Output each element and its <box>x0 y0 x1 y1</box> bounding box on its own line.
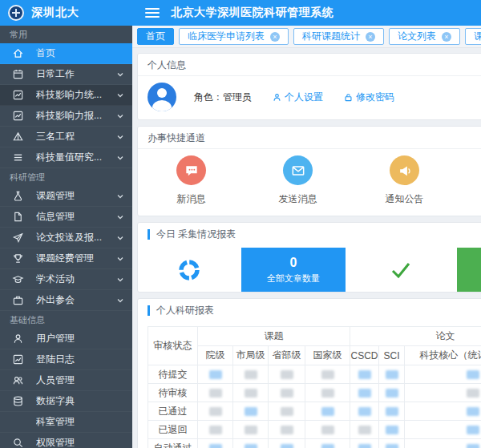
sidebar-item-project-funding[interactable]: 课题经费管理 <box>0 248 132 269</box>
stat-row: 0 全部文章数量 <box>138 248 481 292</box>
quick-item-label: 发送消息 <box>279 192 317 206</box>
sidebar-item-home[interactable]: 首页 <box>0 43 132 64</box>
hamburger-menu-icon[interactable] <box>145 8 160 18</box>
table-row: 已通过 <box>148 402 481 421</box>
stat-value: 0 <box>289 255 297 271</box>
blurred-value <box>209 426 222 434</box>
sidebar-item-login-log[interactable]: 登陆日志 <box>0 349 132 370</box>
chevron-down-icon <box>116 133 124 141</box>
sidebar-item-info-mgmt[interactable]: 信息管理 <box>0 207 132 228</box>
sidebar-section-common: 常用 <box>0 26 132 43</box>
sidebar-item-conference-travel[interactable]: 外出参会 <box>0 290 132 311</box>
personal-settings-link[interactable]: 个人设置 <box>273 91 323 104</box>
sidebar-item-data-dictionary[interactable]: 数据字典 <box>0 391 132 412</box>
close-icon[interactable]: × <box>442 32 451 42</box>
home-icon <box>11 47 24 60</box>
tab-label: 临床医学申请列表 <box>188 29 265 44</box>
accent-bar <box>148 305 150 316</box>
close-icon[interactable]: × <box>270 32 280 42</box>
blurred-value <box>281 426 293 434</box>
role-label: 角色： <box>194 91 223 103</box>
quick-new-messages[interactable]: 新消息 <box>138 155 245 206</box>
stat-total-articles[interactable]: 0 全部文章数量 <box>241 248 346 292</box>
chart-icon <box>11 110 24 123</box>
blurred-value <box>281 407 293 416</box>
blurred-value <box>209 444 222 448</box>
blurred-value <box>358 370 371 379</box>
quick-announcements[interactable]: 通知公告 <box>351 155 458 206</box>
lock-icon <box>344 93 353 102</box>
sidebar-item-label: 登陆日志 <box>36 353 124 366</box>
role-value: 管理员 <box>223 91 252 103</box>
main-area: 首页 临床医学申请列表× 科研课题统计× 论文列表× 课题费用报表× 用户列表×… <box>132 26 481 448</box>
quick-item-label: 通知公告 <box>386 192 424 206</box>
sidebar-item-tech-influence-report[interactable]: 科技影响力报... <box>0 106 132 127</box>
tab-project-expense-report[interactable]: 课题费用报表× <box>465 28 481 45</box>
row-label: 待审核 <box>148 384 198 402</box>
tab-research-project-stats[interactable]: 科研课题统计× <box>293 28 384 45</box>
sidebar-item-label: 课题管理 <box>36 189 116 203</box>
blurred-value <box>209 389 222 398</box>
blurred-value <box>245 370 257 379</box>
blurred-value <box>321 444 334 448</box>
sidebar-item-daily-work[interactable]: 日常工作 <box>0 64 132 85</box>
sidebar-item-paper-submission[interactable]: 论文投送及报... <box>0 228 132 248</box>
magnifier-icon <box>11 437 24 448</box>
chevron-down-icon <box>116 112 124 120</box>
check-icon <box>346 248 457 292</box>
tab-clinical-application-list[interactable]: 临床医学申请列表× <box>179 28 289 45</box>
chevron-down-icon <box>116 213 124 221</box>
sidebar-item-project-mgmt[interactable]: 课题管理 <box>0 186 132 207</box>
col-header: 院级 <box>198 346 233 365</box>
sidebar-item-label: 权限管理 <box>36 436 124 448</box>
sidebar-item-tech-value-research[interactable]: 科技量值研究... <box>0 147 132 168</box>
close-icon[interactable]: × <box>366 32 375 42</box>
sidebar-item-label: 科技量值研究... <box>36 151 116 164</box>
table-row: 待提交 <box>148 365 481 384</box>
blurred-value <box>467 370 479 379</box>
change-password-link[interactable]: 修改密码 <box>344 91 394 104</box>
sidebar-item-three-famous-project[interactable]: 三名工程 <box>0 127 132 147</box>
graduation-cap-icon <box>11 273 24 286</box>
tab-label: 论文列表 <box>398 29 436 44</box>
blurred-value <box>467 444 479 448</box>
col-header: 市局级 <box>233 346 269 365</box>
col-header: 科技核心（统计源）期刊 <box>405 346 481 365</box>
avatar <box>148 83 176 111</box>
sidebar-item-department-mgmt[interactable]: 科室管理 <box>0 412 132 433</box>
sidebar-item-label: 三名工程 <box>36 130 116 143</box>
sidebar-section-research-mgmt: 科研管理 <box>0 168 132 186</box>
sidebar-item-label: 科技影响力报... <box>36 109 116 123</box>
briefcase-icon <box>11 294 24 307</box>
sidebar-item-user-mgmt[interactable]: 用户管理 <box>0 329 132 349</box>
tab-label: 课题费用报表 <box>474 29 481 44</box>
stat-green-box[interactable] <box>457 248 481 292</box>
blurred-value <box>245 407 257 416</box>
user-icon <box>273 93 281 102</box>
blurred-value <box>245 444 257 448</box>
sidebar-item-academic-activities[interactable]: 学术活动 <box>0 269 132 290</box>
blurred-value <box>386 370 398 379</box>
stat-label: 全部文章数量 <box>267 272 320 285</box>
flask-icon <box>11 190 24 203</box>
blurred-value <box>281 389 293 398</box>
link-label: 个人设置 <box>285 91 323 104</box>
chevron-down-icon <box>116 71 124 79</box>
tab-bar: 首页 临床医学申请列表× 科研课题统计× 论文列表× 课题费用报表× 用户列表× <box>132 26 481 48</box>
chevron-down-icon <box>116 192 124 200</box>
sidebar-item-label: 论文投送及报... <box>36 231 116 244</box>
app-title: 北京大学深圳医院科研管理系统 <box>171 6 333 20</box>
panel-title-text: 办事快捷通道 <box>148 127 205 149</box>
blank-icon <box>11 416 24 429</box>
sidebar-item-tech-influence-stats[interactable]: 科技影响力统... <box>0 85 132 106</box>
quick-send-message[interactable]: 发送消息 <box>245 155 351 206</box>
row-label: 待提交 <box>148 365 198 384</box>
logo-area: 深圳北大 <box>0 0 132 26</box>
tab-paper-list[interactable]: 论文列表× <box>389 28 460 45</box>
users-icon <box>11 374 24 387</box>
sidebar-item-personnel-mgmt[interactable]: 人员管理 <box>0 370 132 391</box>
sidebar-item-label: 日常工作 <box>36 67 116 81</box>
tab-home[interactable]: 首页 <box>137 28 174 45</box>
blurred-value <box>386 389 398 398</box>
sidebar-item-permission-mgmt[interactable]: 权限管理 <box>0 433 132 448</box>
